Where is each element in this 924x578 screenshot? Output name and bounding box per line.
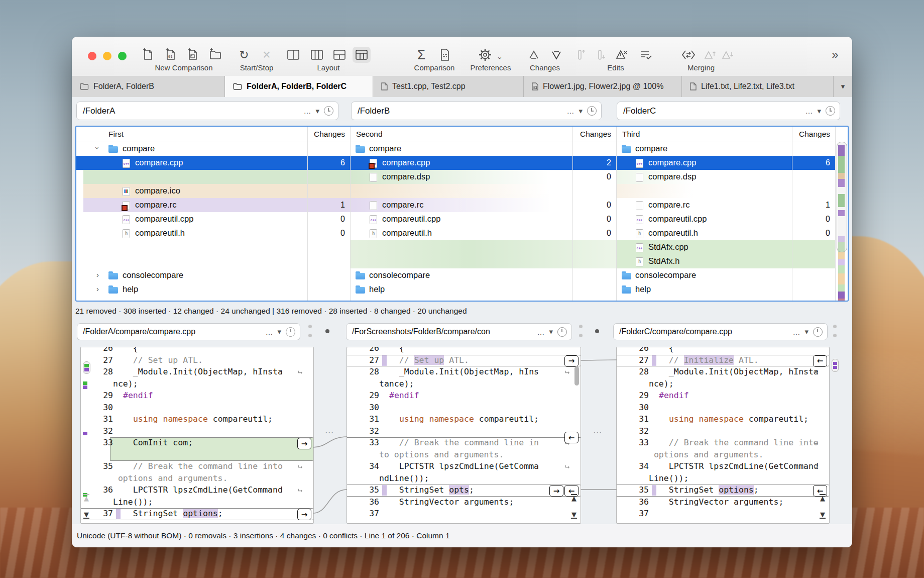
minimize-window-button[interactable] — [103, 52, 111, 60]
tab-foldera-folderb-folderc[interactable]: FolderA, FolderB, FolderC — [225, 76, 373, 97]
folder-row[interactable]: ›helphelphelp — [76, 282, 835, 297]
merge-right-button[interactable]: → — [564, 355, 579, 367]
browse-ellipsis-button[interactable]: … — [265, 328, 273, 336]
folder-comparison-table[interactable]: First Changes Second Changes Third Chang… — [75, 126, 849, 302]
tab-test-cpp[interactable]: Test1.cpp, Test2.cpp — [373, 76, 524, 97]
merge-right-button[interactable]: → — [297, 509, 311, 520]
folder-row[interactable]: ›consolecompareconsolecompareconsolecomp… — [76, 268, 835, 282]
previous-change-button[interactable]: ▲ — [819, 494, 827, 502]
accept-edits-icon[interactable] — [637, 47, 655, 63]
path-dropdown-button[interactable]: ▾ — [315, 107, 319, 116]
merge-conflicts-down-icon[interactable] — [719, 47, 737, 63]
browse-ellipsis-button[interactable]: … — [537, 328, 544, 336]
start-comparison-icon[interactable]: ↻ — [235, 47, 253, 63]
next-change-button[interactable]: ▼ — [570, 512, 578, 520]
tab-foldera-folderb[interactable]: FolderA, FolderB — [72, 76, 225, 97]
remove-conflict-icon[interactable] — [613, 47, 631, 63]
history-icon[interactable] — [286, 327, 295, 337]
folder-row[interactable]: StdAfx.cpp — [76, 240, 835, 254]
folder-row[interactable]: StdAfx.h — [76, 254, 835, 268]
folder-row[interactable]: compareutil.cpp0compareutil.cpp0compareu… — [76, 212, 835, 226]
folder-row[interactable]: compare.ico — [76, 184, 835, 198]
merge-left-button[interactable]: ← — [813, 355, 827, 367]
redo-edit-icon[interactable] — [593, 47, 611, 63]
merge-conflicts-up-icon[interactable] — [701, 47, 719, 63]
layout-split-icon[interactable] — [330, 47, 349, 63]
folder-comparison-status: 21 removed · 308 inserted · 12 changed ·… — [75, 302, 467, 321]
merge-right-button[interactable]: → — [297, 438, 311, 449]
column-header-changes[interactable]: Changes — [307, 130, 345, 139]
column-header-third[interactable]: Third — [622, 130, 640, 139]
folder-row[interactable]: compare.rc1compare.rc0compare.rc1 — [76, 198, 835, 212]
entry-name: compareutil.cpp — [648, 214, 707, 224]
new-image-comparison-icon[interactable] — [183, 47, 201, 63]
path-dropdown-button[interactable]: ▾ — [579, 107, 583, 116]
first-file-path-field[interactable]: /FolderA/compare/compare.cpp … ▾ — [77, 323, 300, 340]
history-icon[interactable] — [557, 327, 567, 337]
first-folder-path-field[interactable]: /FolderA … ▾ — [76, 102, 338, 120]
history-icon[interactable] — [826, 106, 835, 116]
browse-ellipsis-button[interactable]: … — [303, 107, 311, 115]
second-file-path-field[interactable]: /ForScreenshots/FolderB/compare/con … ▾ — [346, 323, 572, 340]
new-folder-comparison-icon[interactable] — [206, 47, 224, 63]
browse-ellipsis-button[interactable]: … — [566, 107, 574, 115]
pane-scrollbar-thumb[interactable] — [574, 366, 579, 386]
history-icon[interactable] — [324, 106, 333, 116]
column-header-second[interactable]: Second — [356, 130, 383, 139]
tab-life-txt[interactable]: Life1.txt, Life2.txt, Life3.txt — [682, 76, 834, 97]
layout-three-pane-icon[interactable] — [308, 47, 326, 63]
changes-count: 0 — [307, 215, 345, 224]
layout-two-pane-icon[interactable] — [284, 47, 302, 63]
second-folder-path-field[interactable]: /FolderB … ▾ — [351, 102, 602, 120]
next-change-button[interactable]: ▼ — [82, 512, 90, 520]
merge-right-button[interactable]: → — [549, 485, 563, 497]
file-comparison-status: Unicode (UTF-8 without BOM) · 0 removals… — [72, 524, 852, 547]
folder-row[interactable]: compareutil.h0compareutil.h0compareutil.… — [76, 226, 835, 240]
next-change-button[interactable]: ▼ — [819, 512, 827, 520]
browse-ellipsis-button[interactable]: … — [792, 328, 800, 336]
previous-change-icon[interactable] — [525, 47, 543, 63]
column-header-changes[interactable]: Changes — [572, 130, 611, 139]
change-map-segment — [838, 265, 845, 273]
expander-closed-icon[interactable]: › — [96, 270, 99, 279]
history-icon[interactable] — [587, 106, 597, 116]
folder-row[interactable]: compare.cpp6compare.cpp2compare.cpp6 — [76, 156, 835, 170]
column-header-changes[interactable]: Changes — [792, 130, 830, 139]
path-dropdown-button[interactable]: ▾ — [277, 327, 281, 336]
toolbar-overflow-button[interactable]: » — [832, 48, 838, 62]
undo-edit-icon[interactable] — [572, 47, 591, 63]
change-map-scrollbar-thumb[interactable] — [837, 142, 847, 252]
column-header-first[interactable]: First — [108, 130, 124, 139]
third-folder-path-field[interactable]: /FolderC … ▾ — [617, 102, 840, 120]
new-text-comparison-icon[interactable] — [139, 47, 157, 63]
link-dot — [579, 325, 583, 328]
zoom-window-button[interactable] — [118, 52, 127, 60]
new-binary-comparison-icon[interactable]: 01 — [161, 47, 179, 63]
path-dropdown-button[interactable]: ▾ — [817, 107, 821, 116]
tab-flower-jpg[interactable]: Flower1.jpg, Flower2.jpg @ 100% — [524, 76, 682, 97]
tab-list-dropdown[interactable]: ▾ — [834, 76, 852, 97]
header-file-icon — [122, 229, 132, 238]
merge-icon[interactable] — [679, 47, 698, 63]
previous-change-button[interactable]: ▲ — [82, 494, 90, 502]
report-icon[interactable] — [436, 47, 454, 63]
path-dropdown-button[interactable]: ▾ — [804, 327, 808, 336]
path-dropdown-button[interactable]: ▾ — [549, 327, 553, 336]
history-icon[interactable] — [813, 327, 823, 337]
third-file-path-field[interactable]: /FolderC/compare/compare.cpp … ▾ — [613, 323, 828, 340]
summary-sigma-icon[interactable]: Σ — [412, 47, 430, 63]
close-window-button[interactable] — [88, 52, 96, 60]
change-map-segment — [838, 273, 845, 284]
folder-row[interactable]: ›comparecomparecompare — [76, 142, 835, 156]
expander-open-icon[interactable]: › — [93, 147, 102, 149]
expander-closed-icon[interactable]: › — [96, 284, 99, 293]
previous-change-button[interactable]: ▲ — [570, 494, 578, 502]
folder-row[interactable]: compare.dsp0compare.dsp — [76, 170, 835, 184]
browse-ellipsis-button[interactable]: … — [805, 107, 813, 115]
stop-comparison-icon[interactable]: × — [258, 47, 276, 63]
entry-name: compare.cpp — [648, 158, 696, 167]
next-change-icon[interactable] — [547, 47, 565, 63]
layout-folder-and-files-icon[interactable] — [353, 47, 371, 63]
entry-name: help — [369, 284, 385, 294]
merge-left-button[interactable]: ← — [564, 432, 579, 443]
